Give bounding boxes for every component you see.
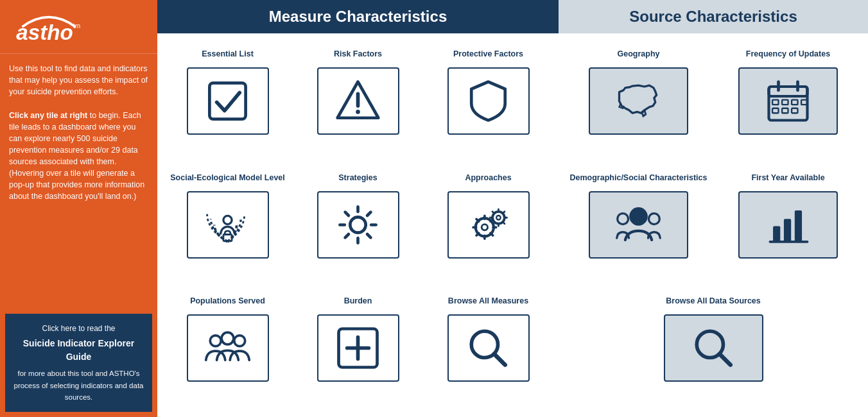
svg-rect-27 [792,100,797,105]
tile-geography[interactable]: Geography [564,40,713,164]
group-icon [614,201,663,249]
tile-burden[interactable]: Burden [293,287,423,411]
tile-label: Demographic/Social Characteristics [570,167,707,188]
tile-icon-box [738,191,838,259]
svg-line-20 [494,354,505,365]
svg-point-5 [356,110,360,114]
tile-essential-list[interactable]: Essential List [162,40,293,164]
tile-icon-box [589,67,688,135]
gear-icon [334,201,382,249]
magnify-sources-icon [690,324,738,372]
tile-icon-box [589,191,688,259]
svg-rect-29 [782,108,788,114]
calendar-icon [764,77,812,125]
tile-icon-box [187,314,269,382]
logo-area: astho tm [0,0,157,54]
sidebar-text-1: Use this tool to find data and indicator… [9,63,148,98]
tile-label: Browse All Measures [448,291,528,311]
tile-populations-served[interactable]: Populations Served [162,287,293,411]
svg-rect-2 [209,83,245,119]
tile-label: Frequency of Updates [746,44,830,64]
tile-approaches[interactable]: Approaches [423,164,553,287]
grid-area: Essential List Risk Factors [157,33,868,417]
sidebar-guide[interactable]: Click here to read the Suicide Indicator… [5,314,152,412]
headers-row: Measure Characteristics Source Character… [157,0,868,33]
tile-label: Burden [344,291,372,311]
tile-label: Risk Factors [334,44,382,64]
svg-text:tm: tm [73,22,80,30]
svg-rect-38 [795,210,802,242]
tile-strategies[interactable]: Strategies [293,164,423,287]
tile-label: Essential List [202,44,254,64]
svg-rect-25 [772,100,778,105]
tile-label: Approaches [465,167,511,188]
usa-map-icon [614,77,663,125]
tile-icon-box [447,67,530,135]
medical-cross-icon [334,324,382,372]
measure-grid: Essential List Risk Factors [157,33,559,417]
tile-label: Social-Ecological Model Level [170,167,285,188]
people-icon [204,324,252,372]
svg-rect-36 [773,226,780,241]
svg-rect-22 [769,87,808,96]
shield-icon [464,77,512,125]
svg-point-15 [234,336,245,346]
svg-point-6 [223,216,232,224]
warning-triangle-icon [334,77,382,125]
bar-chart-icon [764,201,812,249]
tile-icon-box [317,314,399,382]
tile-label: Geography [618,44,660,64]
svg-rect-37 [784,219,791,242]
tile-first-year[interactable]: First Year Available [713,164,863,287]
astho-logo: astho tm [10,9,87,44]
gears-icon [464,201,512,249]
tile-protective-factors[interactable]: Protective Factors [423,40,553,164]
sidebar-text-2: Click any tile at right to begin. Each t… [9,110,148,203]
guide-title: Suicide Indicator Explorer Guide [13,337,144,364]
tile-icon-box [738,67,838,135]
svg-point-10 [482,224,487,230]
tile-icon-box [317,191,399,259]
sidebar: astho tm Use this tool to find data and … [0,0,157,417]
source-header: Source Characteristics [559,0,868,33]
tile-icon-box [447,191,530,259]
source-grid: Geography Frequency of Updates [559,33,868,417]
tile-label: Protective Factors [453,44,523,64]
tile-icon-box [447,314,530,382]
checkbox-icon [204,77,252,125]
tile-demographic-social[interactable]: Demographic/Social Characteristics [564,164,713,287]
tile-label: Strategies [338,167,377,188]
guide-sub: for more about this tool and ASTHO's pro… [13,370,143,401]
tile-icon-box [317,67,399,135]
tile-social-ecological[interactable]: Social-Ecological Model Level [162,164,293,287]
tile-label: First Year Available [751,167,824,188]
svg-point-34 [648,213,659,224]
tile-frequency-updates[interactable]: Frequency of Updates [713,40,863,164]
guide-intro: Click here to read the [42,324,115,333]
main-content: Measure Characteristics Source Character… [157,0,868,417]
svg-rect-26 [782,100,788,105]
svg-point-13 [210,336,221,346]
tile-risk-factors[interactable]: Risk Factors [293,40,423,164]
tile-icon-box [187,67,269,135]
sidebar-description: Use this tool to find data and indicator… [0,54,157,309]
svg-point-33 [618,213,629,224]
svg-point-8 [350,217,365,232]
svg-point-32 [630,208,646,224]
svg-line-40 [719,354,730,365]
svg-rect-28 [772,108,778,114]
tile-browse-all-measures[interactable]: Browse All Measures [423,287,553,411]
tile-label: Populations Served [190,291,265,311]
tile-label: Browse All Data Sources [666,291,761,311]
svg-text:astho: astho [16,21,73,44]
magnify-measures-icon [464,324,512,372]
svg-point-12 [496,216,501,220]
layers-icon [204,201,252,249]
tile-icon-box [187,191,269,259]
tile-icon-box [664,314,763,382]
tile-browse-all-sources[interactable]: Browse All Data Sources [661,287,766,411]
measure-header: Measure Characteristics [157,0,559,33]
svg-rect-30 [792,108,797,114]
svg-point-14 [221,332,234,345]
sidebar-highlight: Click any tile at right [9,111,87,120]
